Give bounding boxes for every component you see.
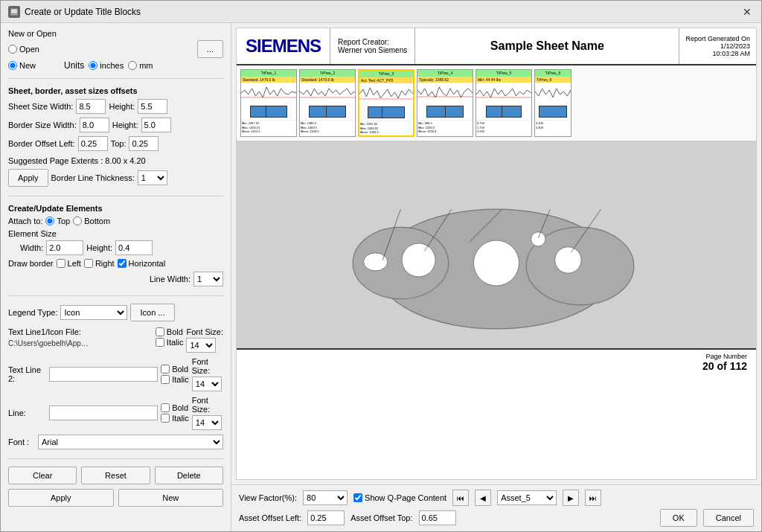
open-radio-item[interactable]: Open <box>8 45 39 54</box>
text-line2-input[interactable] <box>49 367 158 382</box>
border-size-height-input[interactable] <box>141 118 171 132</box>
chart-2-table: Min: 1380.0Max: 1460.5Mean: 1420.0 <box>300 120 355 135</box>
new-radio[interactable] <box>8 61 17 70</box>
bold1-label: Bold <box>167 327 183 336</box>
asset-offset-left-label: Asset Offset Left: <box>239 513 301 522</box>
element-height-input[interactable] <box>115 240 153 255</box>
element-width-input[interactable] <box>46 240 83 255</box>
preview-logo: SIEMENS <box>246 36 321 57</box>
reset-button[interactable]: Reset <box>81 467 150 484</box>
show-q-page-item[interactable]: Show Q-Page Content <box>353 493 446 502</box>
horizontal-checkbox-item[interactable]: Horizontal <box>118 259 166 268</box>
bold3-checkbox[interactable] <box>161 403 170 412</box>
sheet-size-height-input[interactable] <box>138 99 167 114</box>
horizontal-label: Horizontal <box>129 259 166 268</box>
nav-first-button[interactable]: ⏮ <box>452 490 469 506</box>
font-size1-select[interactable]: 141210 <box>186 338 216 353</box>
line-input[interactable] <box>49 406 158 420</box>
attach-bottom-radio[interactable] <box>73 217 82 225</box>
italic1-item[interactable]: Italic <box>156 338 184 347</box>
italic1-checkbox[interactable] <box>156 338 164 347</box>
bold3-item[interactable]: Bold <box>161 403 189 412</box>
border-offset-left-label: Border Offset Left: <box>8 139 75 148</box>
create-update-label: Create/Update Elements <box>8 204 223 213</box>
font-row: Font : ArialTimes New Roman <box>8 435 223 449</box>
apply-main-button[interactable]: Apply <box>8 489 114 507</box>
attach-top-radio[interactable] <box>45 217 54 225</box>
cancel-button[interactable]: Cancel <box>703 509 754 527</box>
ok-button[interactable]: OK <box>660 509 697 527</box>
nav-next-button[interactable]: ▶ <box>563 490 579 506</box>
attach-top-item[interactable]: Top <box>45 217 70 225</box>
bottom-row2: Asset Offset Left: Asset Offset Top: OK … <box>239 509 754 527</box>
ellipsis-button[interactable]: ... <box>197 40 223 58</box>
title-bar-left: Create or Update Title Blocks <box>8 6 141 18</box>
text-line1-section: Text Line1/Icon File: C:\Users\goebelh\A… <box>8 327 223 353</box>
mm-radio[interactable] <box>128 61 137 70</box>
preview-report-creator: Report Creator: Werner von Siemens <box>330 28 415 64</box>
text-line1-options: Bold Italic <box>156 327 184 347</box>
nav-last-button[interactable]: ⏭ <box>585 490 601 506</box>
asset-offset-left-input[interactable] <box>307 510 345 525</box>
chart-6-header: TrPres_6 <box>535 70 571 77</box>
sheet-size-width-input[interactable] <box>76 99 106 114</box>
border-offset-left-input[interactable] <box>78 136 108 151</box>
close-button[interactable]: ✕ <box>740 5 754 19</box>
new-open-radio-group: Open ... <box>8 40 223 58</box>
new-open-label: New or Open <box>8 29 223 38</box>
italic2-checkbox[interactable] <box>161 375 170 384</box>
page-number-container: Page Number 20 of 112 <box>702 353 747 372</box>
draw-border-row: Draw border Left Right Horizontal <box>8 259 223 268</box>
left-checkbox[interactable] <box>57 259 65 268</box>
clear-button[interactable]: Clear <box>8 467 77 484</box>
chart-5-table: 3.7501.7502.500 <box>476 120 531 135</box>
bold1-checkbox[interactable] <box>156 327 164 336</box>
asset-select[interactable]: Asset_5Asset_1 <box>497 490 557 505</box>
inches-radio-item[interactable]: inches <box>89 61 124 70</box>
line-width-select[interactable]: 12 <box>193 272 223 286</box>
preview-report-date: Report Generated On 1/12/2023 10:03:28 A… <box>679 28 756 64</box>
italic2-item[interactable]: Italic <box>161 375 189 384</box>
asset-offset-top-input[interactable] <box>419 510 456 525</box>
inches-radio[interactable] <box>89 61 97 70</box>
bold2-checkbox[interactable] <box>161 365 170 374</box>
show-q-page-checkbox[interactable] <box>353 493 362 502</box>
right-checkbox[interactable] <box>84 259 93 268</box>
font-size3-select[interactable]: 1412 <box>192 415 222 430</box>
view-factor-select[interactable]: 8010050 <box>303 490 348 505</box>
border-offset-top-input[interactable] <box>129 136 159 151</box>
open-radio[interactable] <box>8 45 17 54</box>
font-size2-select[interactable]: 1412 <box>192 376 222 391</box>
legend-type-select[interactable]: IconText <box>60 305 127 320</box>
delete-button[interactable]: Delete <box>155 467 223 484</box>
element-height-label: Height: <box>86 243 112 252</box>
italic3-checkbox[interactable] <box>161 414 170 423</box>
right-panel: SIEMENS Report Creator: Werner von Sieme… <box>231 23 761 531</box>
italic3-item[interactable]: Italic <box>161 414 189 423</box>
chart-5-boxplot <box>476 103 531 120</box>
icon-button[interactable]: Icon ... <box>130 304 174 321</box>
left-checkbox-item[interactable]: Left <box>57 259 81 268</box>
open-label: Open <box>19 45 39 54</box>
font-select[interactable]: ArialTimes New Roman <box>38 435 223 449</box>
svg-point-12 <box>473 240 519 286</box>
new-label: New <box>19 61 36 70</box>
border-size-width-input[interactable] <box>80 118 109 132</box>
nav-prev-button[interactable]: ◀ <box>475 490 491 506</box>
new-radio-item[interactable]: New <box>8 61 36 70</box>
mm-radio-item[interactable]: mm <box>128 61 153 70</box>
bold2-item[interactable]: Bold <box>161 365 189 374</box>
apply-border-button[interactable]: Apply <box>8 169 48 187</box>
suggested-extents: Suggested Page Extents : 8.00 x 4.20 <box>8 156 223 165</box>
chart-1-header: TrPres_1 <box>241 70 296 77</box>
bold3-label: Bold <box>172 403 188 412</box>
attach-bottom-item[interactable]: Bottom <box>73 217 110 225</box>
right-checkbox-item[interactable]: Right <box>84 259 115 268</box>
svg-point-14 <box>531 232 545 246</box>
text-line2-options: Bold Italic <box>161 365 189 384</box>
chart-2-subheader: Standard: 1470.0 lb <box>300 77 355 83</box>
border-line-thickness-select[interactable]: 123 <box>138 170 167 185</box>
new-main-button[interactable]: New <box>118 489 224 507</box>
bold1-item[interactable]: Bold <box>156 327 184 336</box>
horizontal-checkbox[interactable] <box>118 259 127 268</box>
